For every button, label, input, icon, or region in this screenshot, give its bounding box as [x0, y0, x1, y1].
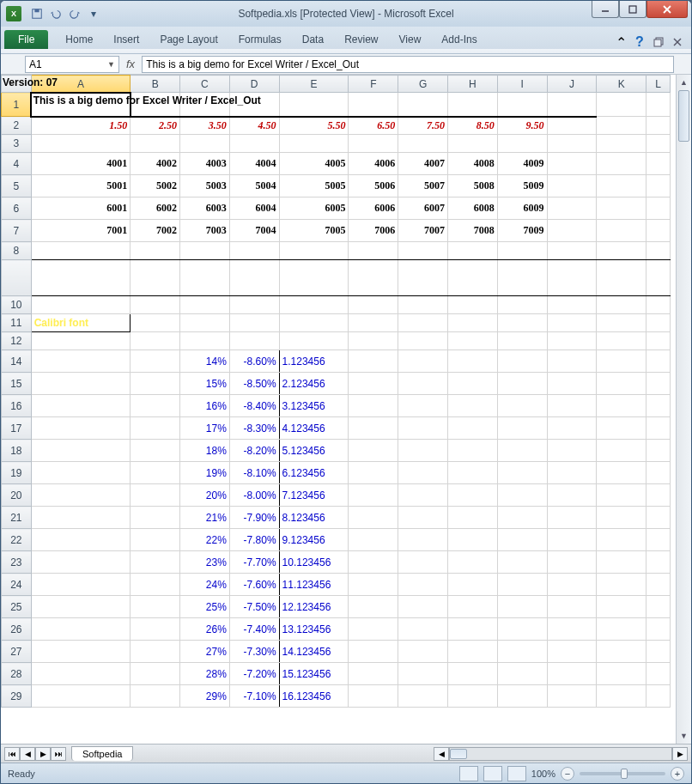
cell-C4[interactable]: 4003 [180, 153, 230, 175]
row-header-5[interactable]: 5 [2, 175, 32, 198]
cell-L11[interactable] [646, 314, 671, 332]
cell-F7[interactable]: 7006 [349, 220, 398, 242]
cell-A6[interactable]: 6001 [31, 198, 131, 220]
cell-J14[interactable] [547, 350, 597, 373]
cell-G7[interactable]: 7007 [398, 220, 448, 242]
cell-A15[interactable] [31, 373, 131, 395]
cell-H7[interactable]: 7008 [448, 220, 498, 242]
cell-L12[interactable] [646, 332, 671, 350]
cell-H3[interactable] [448, 135, 498, 153]
cell-C28[interactable]: 28% [180, 663, 230, 685]
cell-F26[interactable] [349, 618, 398, 641]
cell-L20[interactable] [646, 484, 671, 507]
cell-G20[interactable] [398, 484, 448, 507]
cell-H21[interactable] [448, 507, 498, 529]
cell-I16[interactable] [497, 395, 547, 417]
cell-A29[interactable] [31, 685, 131, 708]
cell-H22[interactable] [448, 529, 498, 551]
cell-I6[interactable]: 6009 [497, 198, 547, 220]
cell-F18[interactable] [349, 440, 398, 462]
cell-K25[interactable] [597, 596, 646, 618]
cell-K6[interactable] [597, 198, 646, 220]
zoom-slider-thumb[interactable] [621, 769, 628, 779]
cell-C8[interactable] [180, 242, 230, 260]
cell-A18[interactable] [31, 440, 131, 462]
cell-B27[interactable] [131, 641, 180, 663]
cell-J8[interactable] [547, 242, 597, 260]
cell-H26[interactable] [448, 618, 498, 641]
cell-A24[interactable] [31, 574, 131, 596]
cell-K14[interactable] [597, 350, 646, 373]
cell-G18[interactable] [398, 440, 448, 462]
row-header-19[interactable]: 19 [2, 462, 32, 484]
cell-I1[interactable]: Version: 07 [497, 93, 547, 117]
tab-page-layout[interactable]: Page Layout [149, 30, 228, 49]
cell-J16[interactable] [547, 395, 597, 417]
cell-A14[interactable] [31, 350, 131, 373]
cell-A17[interactable] [31, 417, 131, 440]
cell-K22[interactable] [597, 529, 646, 551]
tab-nav-prev-icon[interactable]: ◀ [20, 747, 35, 761]
workbook-close-icon[interactable] [671, 35, 684, 49]
cell-F1[interactable] [349, 93, 398, 117]
workbook-restore-icon[interactable] [652, 35, 665, 49]
col-header-J[interactable]: J [547, 76, 597, 93]
cell-B10[interactable] [131, 296, 180, 314]
cell-B11[interactable] [131, 314, 180, 332]
cell-B9[interactable] [131, 260, 180, 296]
cell-G2[interactable]: 7.50 [398, 117, 448, 135]
zoom-slider[interactable] [580, 772, 665, 775]
cell-B26[interactable] [131, 618, 180, 641]
col-header-D[interactable]: D [229, 76, 279, 93]
cell-J28[interactable] [547, 663, 597, 685]
redo-icon[interactable] [66, 5, 83, 22]
col-header-B[interactable]: B [131, 76, 180, 93]
cell-E3[interactable] [279, 135, 349, 153]
cell-D5[interactable]: 5004 [229, 175, 279, 198]
cell-J9[interactable] [547, 260, 597, 296]
cell-L4[interactable] [646, 153, 671, 175]
cell-J17[interactable] [547, 417, 597, 440]
cell-H9[interactable] [448, 260, 498, 296]
tab-nav-last-icon[interactable]: ⏭ [51, 747, 66, 761]
cell-I17[interactable] [497, 417, 547, 440]
cell-K26[interactable] [597, 618, 646, 641]
cell-C26[interactable]: 26% [180, 618, 230, 641]
cell-F28[interactable] [349, 663, 398, 685]
cell-E9[interactable] [279, 260, 349, 296]
col-header-L[interactable]: L [646, 76, 671, 93]
vertical-scrollbar[interactable]: ▲ ▼ [676, 75, 691, 744]
cell-E15[interactable]: 2.123456 [279, 373, 349, 395]
zoom-out-button[interactable]: − [561, 767, 574, 781]
cell-A25[interactable] [31, 596, 131, 618]
cell-L27[interactable] [646, 641, 671, 663]
cell-J29[interactable] [547, 685, 597, 708]
cell-I20[interactable] [497, 484, 547, 507]
tab-view[interactable]: View [389, 30, 432, 49]
cell-K18[interactable] [597, 440, 646, 462]
cell-G21[interactable] [398, 507, 448, 529]
cell-D6[interactable]: 6004 [229, 198, 279, 220]
title-bar[interactable]: X ▾ Softpedia.xls [Protected View] - Mic… [1, 1, 691, 27]
cell-B3[interactable] [131, 135, 180, 153]
cell-I22[interactable] [497, 529, 547, 551]
scroll-down-icon[interactable]: ▼ [677, 728, 691, 744]
cell-I10[interactable] [497, 296, 547, 314]
cell-H29[interactable] [448, 685, 498, 708]
cell-L21[interactable] [646, 507, 671, 529]
cell-J20[interactable] [547, 484, 597, 507]
cell-C14[interactable]: 14% [180, 350, 230, 373]
cell-D27[interactable]: -7.30% [229, 641, 279, 663]
cell-L1[interactable] [646, 93, 671, 117]
row-header-10[interactable]: 10 [2, 296, 32, 314]
cell-B22[interactable] [131, 529, 180, 551]
cell-J3[interactable] [547, 135, 597, 153]
cell-K23[interactable] [597, 551, 646, 574]
cell-J26[interactable] [547, 618, 597, 641]
cell-G26[interactable] [398, 618, 448, 641]
cell-D24[interactable]: -7.60% [229, 574, 279, 596]
cell-D17[interactable]: -8.30% [229, 417, 279, 440]
cell-L19[interactable] [646, 462, 671, 484]
cell-C16[interactable]: 16% [180, 395, 230, 417]
cell-F17[interactable] [349, 417, 398, 440]
